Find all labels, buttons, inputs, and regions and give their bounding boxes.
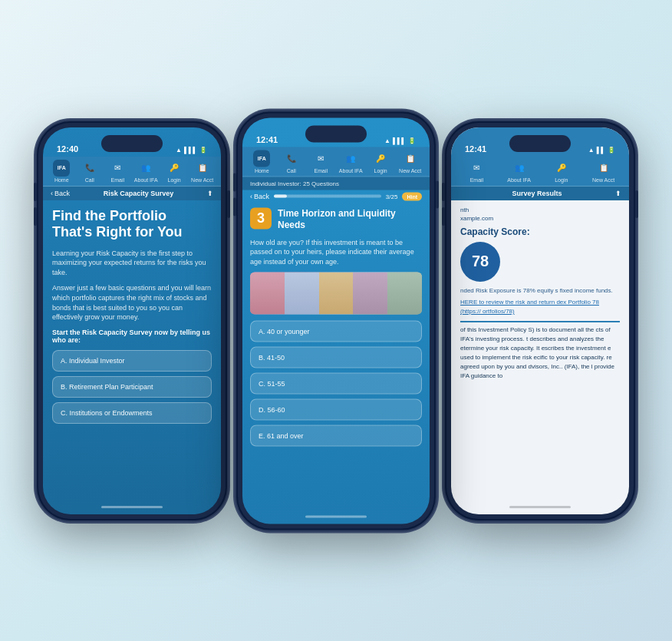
question-title: Time Horizon and Liquidity Needs bbox=[278, 207, 422, 231]
vol-down-right bbox=[442, 207, 445, 226]
secondary-nav-right: Survey Results ⬆ bbox=[451, 187, 629, 200]
survey-results-title: Survey Results bbox=[459, 190, 615, 197]
survey-subtitle-bar: Individual Investor: 25 Questions bbox=[242, 177, 430, 190]
battery-icon: 🔋 bbox=[199, 147, 207, 154]
notch-right bbox=[509, 135, 571, 152]
nav-login-center[interactable]: 🔑 Login bbox=[369, 150, 392, 173]
score-value: 78 bbox=[472, 253, 489, 270]
nav-label-login: Login bbox=[168, 177, 181, 183]
answer-a-left[interactable]: A. Individual Investor bbox=[52, 350, 212, 372]
hint-button[interactable]: Hint bbox=[402, 192, 422, 200]
answer-b-left[interactable]: B. Retirement Plan Participant bbox=[52, 376, 212, 398]
question-image bbox=[250, 273, 422, 315]
progress-count: 3/25 bbox=[386, 193, 398, 200]
nav-ifa-center[interactable]: IFA Home bbox=[250, 150, 273, 173]
power-center bbox=[436, 180, 439, 208]
survey-title-left: Risk Capacity Survey bbox=[104, 190, 174, 197]
bottom-bar-left bbox=[101, 506, 163, 508]
face-1 bbox=[250, 273, 285, 315]
nav-call-label-center: Call bbox=[287, 167, 296, 173]
nav-new-acct[interactable]: 📋 New Acct bbox=[191, 160, 214, 183]
nav-about-label-right: About IFA bbox=[507, 177, 531, 183]
face-2 bbox=[285, 273, 319, 315]
signal-icon-center: ▌▌▌ bbox=[393, 137, 406, 144]
email-icon-left: ✉ bbox=[109, 160, 126, 177]
status-icons-left: ▲ ▌▌▌ 🔋 bbox=[176, 147, 207, 154]
nav-login-label-right: Login bbox=[555, 177, 568, 183]
wifi-icon-center: ▲ bbox=[384, 137, 390, 144]
new-acct-icon: 📋 bbox=[194, 160, 211, 177]
face-5 bbox=[387, 273, 422, 315]
login-icon-right: 🔑 bbox=[553, 160, 570, 177]
name-partial: nth bbox=[460, 207, 620, 213]
nav-bar-center: IFA Home 📞 Call ✉ Email 👥 About IFA 🔑 bbox=[242, 147, 430, 177]
nav-email[interactable]: ✉ Email bbox=[106, 160, 129, 183]
right-screen: 12:41 ▲ ▌▌ 🔋 ✉ Email 👥 About IFA 🔑 bbox=[451, 127, 629, 514]
nav-call[interactable]: 📞 Call bbox=[78, 160, 101, 183]
results-body-text: of this Investment Policy S) is to docum… bbox=[460, 325, 620, 381]
time-left: 12:40 bbox=[57, 144, 78, 154]
progress-bar bbox=[274, 195, 381, 198]
back-label-left: Back bbox=[54, 190, 70, 197]
about-icon-right: 👥 bbox=[511, 160, 528, 177]
back-chevron-center: ‹ bbox=[250, 193, 252, 200]
share-icon-right[interactable]: ⬆ bbox=[615, 190, 621, 197]
back-btn-center[interactable]: ‹ Back bbox=[250, 193, 269, 200]
vol-up-right bbox=[442, 183, 445, 201]
nav-about-center[interactable]: 👥 About IFA bbox=[339, 150, 363, 173]
battery-icon-center: 🔋 bbox=[408, 137, 416, 144]
answer-c-left[interactable]: C. Institutions or Endowments bbox=[52, 402, 212, 424]
time-center: 12:41 bbox=[256, 134, 278, 144]
answer-e-center[interactable]: E. 61 and over bbox=[250, 425, 422, 447]
score-description: nded Risk Exposure is 78% equity s fixed… bbox=[460, 286, 620, 295]
left-screen: 12:40 ▲ ▌▌▌ 🔋 IFA Home 📞 Call ✉ bbox=[43, 127, 221, 514]
signal-icon: ▌▌▌ bbox=[184, 147, 197, 154]
nav-login-right[interactable]: 🔑 Login bbox=[550, 160, 573, 183]
bottom-bar-right bbox=[509, 506, 571, 508]
body-text-2-left: Answer just a few basic questions and yo… bbox=[52, 283, 212, 322]
nav-new-acct-center[interactable]: 📋 New Acct bbox=[399, 150, 422, 173]
face-4 bbox=[353, 273, 387, 315]
ifa-logo-center: IFA bbox=[253, 150, 270, 167]
phone-right: 12:41 ▲ ▌▌ 🔋 ✉ Email 👥 About IFA 🔑 bbox=[445, 121, 635, 520]
answer-a-center[interactable]: A. 40 or younger bbox=[250, 321, 422, 342]
wifi-icon: ▲ bbox=[176, 147, 182, 154]
results-divider bbox=[460, 321, 620, 322]
nav-about[interactable]: 👥 About IFA bbox=[134, 160, 158, 183]
ifa-logo-icon: IFA bbox=[53, 160, 70, 177]
nav-new-acct-label-right: New Acct bbox=[592, 177, 614, 183]
email-partial: xample.com bbox=[460, 215, 620, 222]
nav-about-right[interactable]: 👥 About IFA bbox=[507, 160, 531, 183]
battery-icon-right: 🔋 bbox=[608, 147, 615, 154]
answer-d-center[interactable]: D. 56-60 bbox=[250, 399, 422, 421]
nav-email-label-right: Email bbox=[470, 177, 484, 183]
back-button-left[interactable]: ‹ Back bbox=[51, 190, 70, 197]
results-content: nth xample.com Capacity Score: 78 nded R… bbox=[451, 200, 629, 387]
nav-email-right[interactable]: ✉ Email bbox=[465, 160, 488, 183]
nav-call-center[interactable]: 📞 Call bbox=[280, 150, 303, 173]
notch bbox=[101, 135, 163, 152]
nav-new-acct-right[interactable]: 📋 New Acct bbox=[592, 160, 615, 183]
power-right bbox=[635, 190, 638, 218]
nav-ifa[interactable]: IFA Home bbox=[50, 160, 73, 183]
call-icon-center: 📞 bbox=[283, 150, 300, 167]
call-icon: 📞 bbox=[81, 160, 98, 177]
answer-b-center[interactable]: B. 41-50 bbox=[250, 347, 422, 368]
login-icon-center: 🔑 bbox=[372, 150, 389, 167]
nav-login[interactable]: 🔑 Login bbox=[163, 160, 186, 183]
nav-login-label-center: Login bbox=[374, 167, 387, 173]
bottom-bar-center bbox=[305, 515, 367, 517]
about-icon-center: 👥 bbox=[342, 150, 359, 167]
nav-email-center[interactable]: ✉ Email bbox=[309, 150, 332, 173]
nav-email-label-center: Email bbox=[315, 167, 328, 173]
cta-text-left: Start the Risk Capacity Survey now by te… bbox=[52, 329, 212, 344]
phones-container: 12:40 ▲ ▌▌▌ 🔋 IFA Home 📞 Call ✉ bbox=[21, 21, 651, 620]
share-icon-left[interactable]: ⬆ bbox=[207, 190, 213, 197]
login-icon: 🔑 bbox=[166, 160, 183, 177]
about-icon: 👥 bbox=[137, 160, 154, 177]
portfolio-link[interactable]: HERE to review the risk and return dex P… bbox=[460, 298, 620, 316]
nav-label-new-acct: New Acct bbox=[191, 177, 213, 183]
score-circle: 78 bbox=[460, 242, 500, 282]
time-right: 12:41 bbox=[465, 144, 486, 154]
answer-c-center[interactable]: C. 51-55 bbox=[250, 373, 422, 395]
